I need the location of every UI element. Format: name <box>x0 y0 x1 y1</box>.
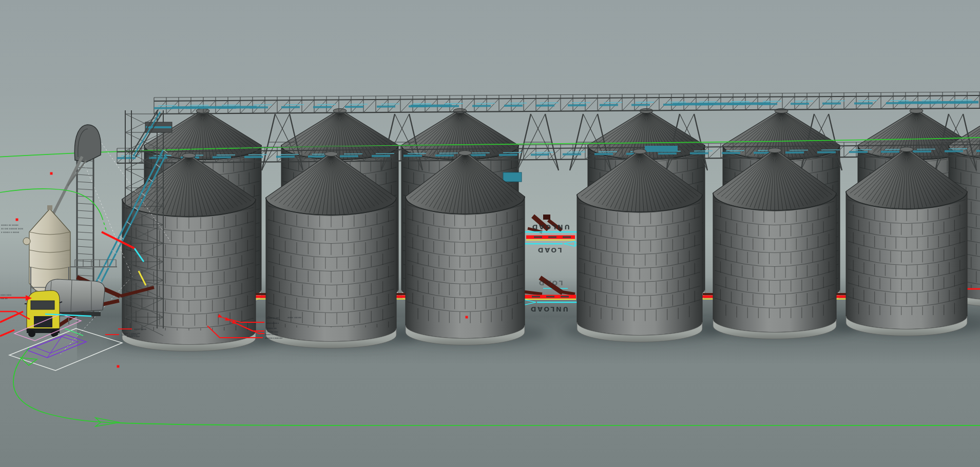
illegible-annotation: xx xxx xxxxxx xxxx <box>1 227 24 230</box>
model-stage: UNLOAD LOAD LOAD UNLOAD xxxxx xxxxxxxxx … <box>0 0 980 467</box>
reference-point <box>50 172 53 175</box>
illegible-annotation: xxxxxx xxx <box>266 327 277 329</box>
3d-model-viewport[interactable]: UNLOAD LOAD LOAD UNLOAD xxxxx xxxxxxxxx … <box>0 0 980 467</box>
illegible-annotation: xxx xxx xxxx <box>266 330 279 333</box>
illegible-annotation: xxxxx xx xxxxx <box>1 224 18 226</box>
illegible-annotation: xxxx xxxx <box>1 294 12 296</box>
reference-point <box>466 316 468 319</box>
reference-point <box>117 365 120 368</box>
reference-point <box>16 219 18 221</box>
illegible-annotation: xxxxxx x xxxxxx <box>122 334 138 336</box>
illegible-annotation: x xxxxx x xxxxx <box>1 231 20 233</box>
back-aisle-unload-label: UNLOAD <box>531 223 570 231</box>
illegible-annotation: xxxxx xx xxx <box>265 333 278 336</box>
illegible-annotation: xxxxxxxxxx x <box>266 322 279 324</box>
front-aisle-load-label: LOAD <box>537 279 563 287</box>
illegible-annotation: xxxxx - xxx xxx <box>287 316 302 319</box>
front-aisle-unload-label: UNLOAD <box>529 305 568 313</box>
illegible-annotation: xxxxxxx x xxxx xxx <box>265 337 283 339</box>
back-aisle-load-label: LOAD <box>536 246 562 254</box>
illegible-annotation: xxxxx xx xxx <box>266 317 279 319</box>
illegible-annotation: xxx xx <box>1 297 8 300</box>
